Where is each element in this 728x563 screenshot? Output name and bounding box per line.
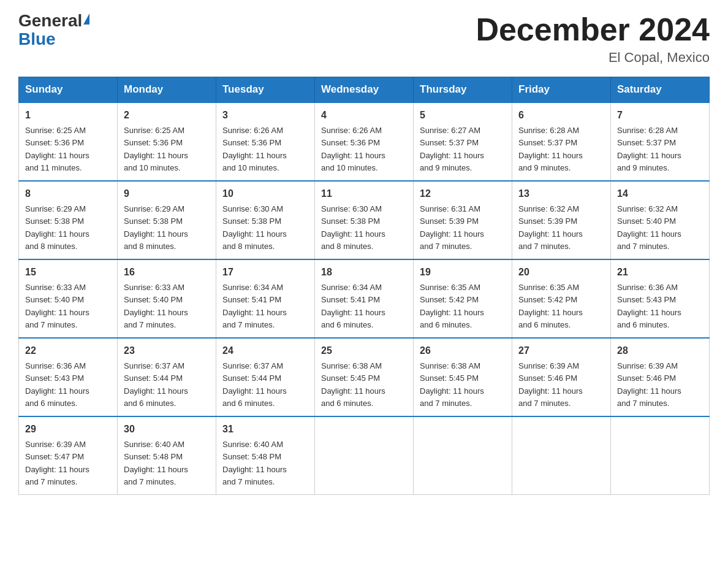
day-number: 4 [321, 108, 407, 123]
day-info: Sunrise: 6:36 AMSunset: 5:43 PMDaylight:… [25, 361, 89, 408]
calendar-day-cell [315, 416, 414, 495]
calendar-day-cell: 28 Sunrise: 6:39 AMSunset: 5:46 PMDaylig… [611, 338, 710, 416]
calendar-week-row: 29 Sunrise: 6:39 AMSunset: 5:47 PMDaylig… [19, 416, 710, 495]
day-number: 29 [25, 422, 111, 437]
day-info: Sunrise: 6:31 AMSunset: 5:39 PMDaylight:… [420, 204, 484, 251]
day-info: Sunrise: 6:34 AMSunset: 5:41 PMDaylight:… [321, 283, 385, 329]
day-number: 18 [321, 265, 407, 280]
calendar-week-row: 1 Sunrise: 6:25 AMSunset: 5:36 PMDayligh… [19, 102, 710, 181]
day-number: 20 [518, 265, 604, 280]
day-info: Sunrise: 6:33 AMSunset: 5:40 PMDaylight:… [25, 283, 89, 329]
day-number: 2 [124, 108, 210, 123]
calendar-week-row: 15 Sunrise: 6:33 AMSunset: 5:40 PMDaylig… [19, 259, 710, 338]
day-info: Sunrise: 6:28 AMSunset: 5:37 PMDaylight:… [518, 126, 583, 172]
day-info: Sunrise: 6:27 AMSunset: 5:37 PMDaylight:… [420, 126, 484, 172]
calendar-day-cell: 5 Sunrise: 6:27 AMSunset: 5:37 PMDayligh… [414, 102, 512, 181]
day-number: 28 [617, 343, 703, 358]
calendar-body: 1 Sunrise: 6:25 AMSunset: 5:36 PMDayligh… [19, 102, 710, 495]
calendar-day-cell: 16 Sunrise: 6:33 AMSunset: 5:40 PMDaylig… [118, 259, 216, 338]
day-number: 30 [124, 422, 210, 437]
calendar-day-cell: 7 Sunrise: 6:28 AMSunset: 5:37 PMDayligh… [611, 102, 710, 181]
day-of-week-header: Monday [118, 77, 216, 103]
day-info: Sunrise: 6:29 AMSunset: 5:38 PMDaylight:… [124, 204, 188, 251]
logo: General Blue [18, 12, 91, 49]
day-info: Sunrise: 6:32 AMSunset: 5:40 PMDaylight:… [617, 204, 681, 251]
calendar-week-row: 22 Sunrise: 6:36 AMSunset: 5:43 PMDaylig… [19, 338, 710, 416]
day-number: 26 [420, 343, 506, 358]
day-number: 7 [617, 108, 703, 123]
day-of-week-header: Friday [512, 77, 611, 103]
calendar-day-cell: 18 Sunrise: 6:34 AMSunset: 5:41 PMDaylig… [315, 259, 414, 338]
day-number: 23 [124, 343, 210, 358]
calendar-day-cell: 12 Sunrise: 6:31 AMSunset: 5:39 PMDaylig… [414, 181, 512, 259]
day-info: Sunrise: 6:29 AMSunset: 5:38 PMDaylight:… [25, 204, 89, 251]
calendar-day-cell: 26 Sunrise: 6:38 AMSunset: 5:45 PMDaylig… [414, 338, 512, 416]
calendar-day-cell: 14 Sunrise: 6:32 AMSunset: 5:40 PMDaylig… [611, 181, 710, 259]
day-info: Sunrise: 6:38 AMSunset: 5:45 PMDaylight:… [321, 361, 385, 408]
day-number: 9 [124, 186, 210, 201]
logo-general-text: General [18, 12, 82, 29]
day-of-week-header: Sunday [19, 77, 118, 103]
calendar-day-cell: 20 Sunrise: 6:35 AMSunset: 5:42 PMDaylig… [512, 259, 611, 338]
day-info: Sunrise: 6:26 AMSunset: 5:36 PMDaylight:… [222, 126, 287, 172]
calendar-day-cell: 9 Sunrise: 6:29 AMSunset: 5:38 PMDayligh… [118, 181, 216, 259]
day-number: 19 [420, 265, 506, 280]
day-number: 16 [124, 265, 210, 280]
logo-blue-text: Blue [18, 29, 56, 49]
calendar-day-cell: 30 Sunrise: 6:40 AMSunset: 5:48 PMDaylig… [118, 416, 216, 495]
day-number: 27 [518, 343, 604, 358]
day-number: 8 [25, 186, 111, 201]
day-number: 15 [25, 265, 111, 280]
day-info: Sunrise: 6:37 AMSunset: 5:44 PMDaylight:… [124, 361, 188, 408]
page-header: General Blue December 2024 El Copal, Mex… [18, 12, 710, 66]
day-info: Sunrise: 6:25 AMSunset: 5:36 PMDaylight:… [124, 126, 188, 172]
day-number: 21 [617, 265, 703, 280]
day-info: Sunrise: 6:40 AMSunset: 5:48 PMDaylight:… [222, 440, 287, 486]
day-info: Sunrise: 6:35 AMSunset: 5:42 PMDaylight:… [518, 283, 583, 329]
day-info: Sunrise: 6:34 AMSunset: 5:41 PMDaylight:… [222, 283, 287, 329]
day-number: 3 [222, 108, 308, 123]
day-info: Sunrise: 6:39 AMSunset: 5:46 PMDaylight:… [518, 361, 583, 408]
day-number: 13 [518, 186, 604, 201]
calendar-day-cell: 1 Sunrise: 6:25 AMSunset: 5:36 PMDayligh… [19, 102, 118, 181]
calendar-week-row: 8 Sunrise: 6:29 AMSunset: 5:38 PMDayligh… [19, 181, 710, 259]
day-info: Sunrise: 6:40 AMSunset: 5:48 PMDaylight:… [124, 440, 188, 486]
calendar-day-cell [512, 416, 611, 495]
calendar-day-cell [414, 416, 512, 495]
calendar-day-cell: 25 Sunrise: 6:38 AMSunset: 5:45 PMDaylig… [315, 338, 414, 416]
logo-triangle-icon [83, 13, 89, 25]
day-of-week-header: Thursday [414, 77, 512, 103]
day-info: Sunrise: 6:37 AMSunset: 5:44 PMDaylight:… [222, 361, 287, 408]
day-of-week-header: Saturday [611, 77, 710, 103]
day-number: 1 [25, 108, 111, 123]
calendar-day-cell: 24 Sunrise: 6:37 AMSunset: 5:44 PMDaylig… [216, 338, 315, 416]
day-info: Sunrise: 6:28 AMSunset: 5:37 PMDaylight:… [617, 126, 681, 172]
day-number: 22 [25, 343, 111, 358]
day-number: 14 [617, 186, 703, 201]
calendar-day-cell: 21 Sunrise: 6:36 AMSunset: 5:43 PMDaylig… [611, 259, 710, 338]
calendar-day-cell: 6 Sunrise: 6:28 AMSunset: 5:37 PMDayligh… [512, 102, 611, 181]
day-number: 17 [222, 265, 308, 280]
day-info: Sunrise: 6:30 AMSunset: 5:38 PMDaylight:… [321, 204, 385, 251]
calendar-day-cell: 13 Sunrise: 6:32 AMSunset: 5:39 PMDaylig… [512, 181, 611, 259]
day-number: 6 [518, 108, 604, 123]
calendar-day-cell: 15 Sunrise: 6:33 AMSunset: 5:40 PMDaylig… [19, 259, 118, 338]
calendar-day-cell: 4 Sunrise: 6:26 AMSunset: 5:36 PMDayligh… [315, 102, 414, 181]
day-number: 12 [420, 186, 506, 201]
calendar-day-cell [611, 416, 710, 495]
calendar-table: SundayMondayTuesdayWednesdayThursdayFrid… [18, 77, 710, 495]
calendar-day-cell: 11 Sunrise: 6:30 AMSunset: 5:38 PMDaylig… [315, 181, 414, 259]
calendar-day-cell: 22 Sunrise: 6:36 AMSunset: 5:43 PMDaylig… [19, 338, 118, 416]
day-info: Sunrise: 6:36 AMSunset: 5:43 PMDaylight:… [617, 283, 681, 329]
calendar-day-cell: 23 Sunrise: 6:37 AMSunset: 5:44 PMDaylig… [118, 338, 216, 416]
title-section: December 2024 El Copal, Mexico [476, 12, 710, 66]
day-info: Sunrise: 6:39 AMSunset: 5:46 PMDaylight:… [617, 361, 681, 408]
day-info: Sunrise: 6:35 AMSunset: 5:42 PMDaylight:… [420, 283, 484, 329]
days-of-week-row: SundayMondayTuesdayWednesdayThursdayFrid… [19, 77, 710, 103]
day-info: Sunrise: 6:39 AMSunset: 5:47 PMDaylight:… [25, 440, 89, 486]
page-title: December 2024 [476, 12, 710, 47]
day-number: 5 [420, 108, 506, 123]
day-info: Sunrise: 6:38 AMSunset: 5:45 PMDaylight:… [420, 361, 484, 408]
day-of-week-header: Tuesday [216, 77, 315, 103]
day-of-week-header: Wednesday [315, 77, 414, 103]
